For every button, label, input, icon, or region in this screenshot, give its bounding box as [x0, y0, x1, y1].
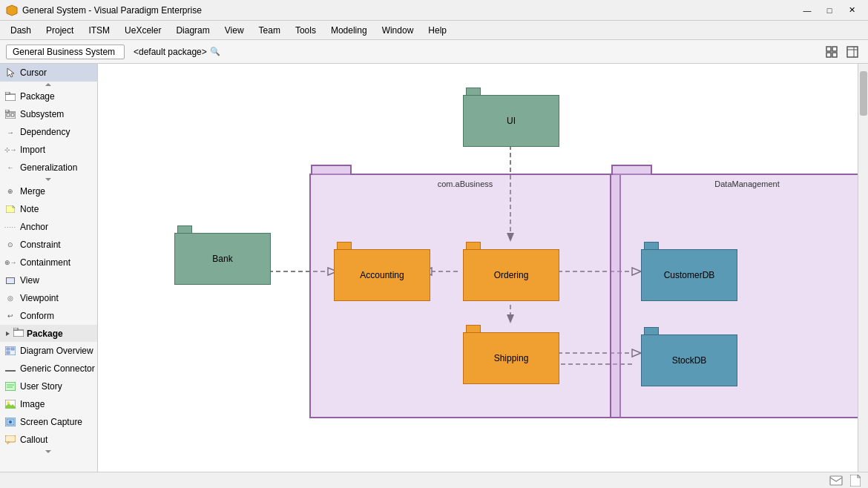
component-ordering-label: Ordering — [494, 270, 529, 280]
statusbar — [0, 472, 868, 488]
sidebar-item-view[interactable]: View — [0, 271, 97, 289]
panel-icon[interactable] — [843, 42, 862, 62]
sidebar-item-callout[interactable]: Callout — [0, 431, 97, 449]
sidebar-section-package[interactable]: Package — [0, 325, 97, 342]
sidebar-label-cursor: Cursor — [20, 67, 47, 78]
sidebar-section-label: Package — [27, 329, 63, 339]
sidebar-item-viewpoint[interactable]: ◎ Viewpoint — [0, 289, 97, 307]
sidebar-item-cursor[interactable]: Cursor — [0, 64, 97, 82]
component-stockdb[interactable]: StockDB — [641, 327, 737, 386]
status-message-icon[interactable] — [829, 474, 843, 487]
package-label-datamanagement: DataManagement — [714, 179, 779, 188]
app-icon — [6, 4, 18, 16]
svg-marker-8 — [7, 68, 14, 77]
svg-rect-10 — [5, 94, 16, 101]
sidebar-item-anchor[interactable]: ····· Anchor — [0, 218, 97, 236]
screen-capture-icon — [4, 416, 16, 428]
sidebar-label-diagram-overview: Diagram Overview — [20, 346, 93, 356]
section-pkg-icon — [13, 328, 24, 339]
sidebar-item-dependency[interactable]: → Dependency — [0, 123, 97, 141]
sidebar-item-conform[interactable]: ↩ Conform — [0, 307, 97, 325]
sidebar-label-package: Package — [20, 91, 55, 102]
menu-project[interactable]: Project — [39, 23, 81, 38]
conform-icon: ↩ — [4, 310, 16, 322]
scroll-up-indicator[interactable] — [0, 82, 97, 88]
svg-rect-25 — [11, 348, 14, 350]
sidebar-item-containment[interactable]: ⊕→ Containment — [0, 254, 97, 271]
sidebar-label-merge: Merge — [20, 186, 45, 197]
breadcrumb[interactable]: General Business System — [6, 44, 125, 59]
svg-rect-2 — [832, 47, 837, 51]
status-doc-icon[interactable] — [849, 474, 862, 487]
titlebar: General System - Visual Paradigm Enterpr… — [0, 0, 868, 21]
menu-view[interactable]: View — [217, 23, 251, 38]
sidebar-item-package[interactable]: Package — [0, 88, 97, 105]
svg-marker-37 — [7, 442, 10, 444]
anchor-icon: ····· — [4, 221, 16, 233]
menu-diagram[interactable]: Diagram — [168, 23, 217, 38]
component-accounting[interactable]: Accounting — [334, 242, 430, 301]
layout-icon[interactable] — [822, 42, 841, 62]
sidebar-item-generic-connector[interactable]: Generic Connector — [0, 360, 97, 377]
sidebar-item-generalization[interactable]: ← Generalization — [0, 159, 97, 177]
close-button[interactable]: ✕ — [841, 3, 862, 18]
sidebar-label-generalization: Generalization — [20, 162, 77, 173]
sidebar-label-import: Import — [20, 145, 45, 155]
sidebar: Cursor Package — [0, 64, 98, 488]
sidebar-item-constraint[interactable]: ⊙ Constraint — [0, 236, 97, 254]
svg-rect-13 — [5, 110, 9, 112]
component-ui-label: UI — [507, 116, 516, 126]
scroll-bottom-indicator[interactable] — [0, 449, 97, 455]
menu-uexceler[interactable]: UeXceler — [117, 23, 168, 38]
svg-marker-38 — [45, 450, 51, 453]
minimize-button[interactable]: — — [797, 3, 818, 18]
sidebar-label-containment: Containment — [20, 257, 70, 268]
scrollbar-thumb[interactable] — [860, 71, 867, 116]
component-shipping[interactable]: Shipping — [463, 325, 559, 384]
component-ui[interactable]: UI — [463, 88, 559, 147]
svg-rect-36 — [5, 435, 16, 442]
menu-dash[interactable]: Dash — [3, 23, 39, 38]
cursor-icon — [4, 67, 16, 79]
menu-tools[interactable]: Tools — [288, 23, 323, 38]
image-icon — [4, 398, 16, 410]
menu-itsm[interactable]: ITSM — [81, 23, 117, 38]
sidebar-item-import[interactable]: ⊹→ Import — [0, 141, 97, 159]
sidebar-item-note[interactable]: Note — [0, 200, 97, 218]
component-ordering[interactable]: Ordering — [463, 242, 559, 301]
generalization-icon: ← — [4, 162, 16, 174]
sidebar-label-callout: Callout — [20, 435, 47, 445]
sidebar-item-subsystem[interactable]: Subsystem — [0, 105, 97, 123]
diagram-canvas[interactable]: com.aBusiness DataManagement UI Bank — [98, 64, 858, 488]
search-icon[interactable]: 🔍 — [210, 47, 220, 56]
sidebar-label-screen-capture: Screen Capture — [20, 417, 82, 427]
right-scrollbar[interactable] — [858, 64, 868, 488]
sidebar-label-anchor: Anchor — [20, 222, 48, 232]
svg-rect-26 — [7, 352, 10, 354]
sidebar-label-viewpoint: Viewpoint — [20, 293, 59, 303]
menu-modeling[interactable]: Modeling — [323, 23, 375, 38]
subsystem-icon — [4, 108, 16, 120]
sidebar-item-image[interactable]: Image — [0, 395, 97, 413]
svg-rect-53 — [830, 476, 842, 485]
sidebar-item-merge[interactable]: ⊕ Merge — [0, 182, 97, 200]
svg-rect-27 — [5, 382, 16, 391]
note-icon — [4, 203, 16, 215]
menu-help[interactable]: Help — [421, 23, 454, 38]
sidebar-item-user-story[interactable]: User Story — [0, 377, 97, 395]
menu-team[interactable]: Team — [251, 23, 288, 38]
diagram-container: com.aBusiness DataManagement UI Bank — [98, 64, 858, 488]
component-bank[interactable]: Bank — [174, 225, 271, 285]
component-customerdb[interactable]: CustomerDB — [641, 242, 737, 301]
svg-rect-4 — [832, 53, 837, 57]
menu-window[interactable]: Window — [375, 23, 421, 38]
scroll-mid-indicator[interactable] — [0, 177, 97, 182]
maximize-button[interactable]: □ — [819, 3, 840, 18]
callout-icon — [4, 434, 16, 446]
sidebar-item-screen-capture[interactable]: Screen Capture — [0, 413, 97, 431]
component-customerdb-label: CustomerDB — [664, 270, 715, 280]
sidebar-label-generic-connector: Generic Connector — [20, 363, 95, 374]
generic-connector-icon — [4, 363, 16, 375]
sidebar-item-diagram-overview[interactable]: Diagram Overview — [0, 342, 97, 360]
toolbar: General Business System <default package… — [0, 40, 868, 64]
